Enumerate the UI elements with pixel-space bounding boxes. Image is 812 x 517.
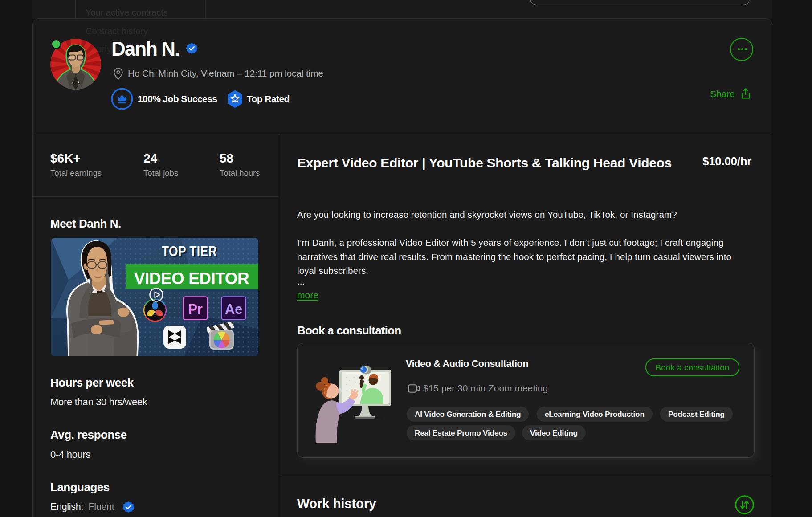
svg-text:TOP TIER: TOP TIER [162, 244, 217, 259]
svg-text:Ae: Ae [225, 301, 243, 317]
svg-text:VIDEO EDITOR: VIDEO EDITOR [134, 269, 249, 288]
svg-text:Pr: Pr [188, 301, 203, 317]
